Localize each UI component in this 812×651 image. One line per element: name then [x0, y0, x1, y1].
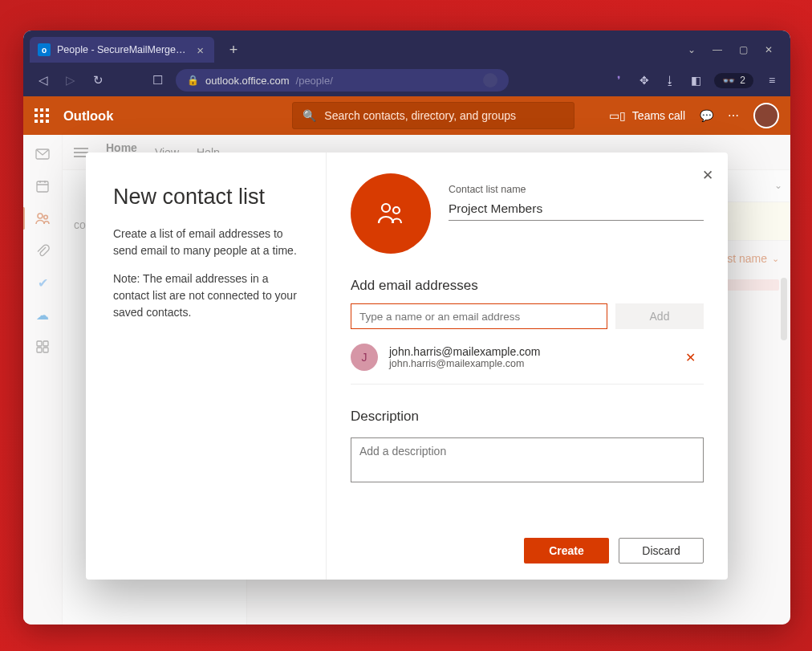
url-host: outlook.office.com — [205, 75, 290, 87]
added-email-row: J john.harris@mailexample.com john.harri… — [351, 344, 704, 384]
remove-email-icon[interactable]: ✕ — [677, 350, 704, 365]
chat-icon[interactable]: 💬 — [700, 109, 713, 122]
browser-window: o People - SecureMailMerge Test - O × + … — [23, 31, 790, 625]
active-tab[interactable]: o People - SecureMailMerge Test - O × — [30, 37, 214, 63]
glasses-icon: 👓 — [722, 75, 735, 87]
address-bar: ◁ ▷ ↻ ☐ 🔒 outlook.office.com/people/ ❜ ✥… — [23, 64, 790, 96]
svg-point-8 — [382, 204, 390, 212]
close-window-icon[interactable]: ✕ — [763, 44, 774, 55]
app-shell: Outlook 🔍 Search contacts, directory, an… — [23, 96, 790, 625]
url-path: /people/ — [296, 75, 333, 87]
added-avatar: J — [351, 344, 378, 371]
dialog-description-1: Create a list of email addresses to send… — [113, 226, 302, 259]
search-placeholder: Search contacts, directory, and groups — [324, 109, 516, 122]
new-tab-button[interactable]: + — [224, 42, 243, 59]
browser-titlebar: o People - SecureMailMerge Test - O × + … — [23, 31, 790, 64]
reload-icon[interactable]: ↻ — [89, 73, 107, 87]
close-tab-icon[interactable]: × — [194, 43, 206, 57]
badge-count: 2 — [740, 75, 745, 86]
description-input[interactable] — [351, 437, 704, 482]
search-input[interactable]: 🔍 Search contacts, directory, and groups — [292, 102, 574, 129]
tab-favicon-icon: o — [38, 43, 51, 56]
puzzle-icon[interactable]: ✥ — [637, 73, 652, 87]
add-email-button[interactable]: Add — [615, 303, 704, 329]
minimize-icon[interactable]: — — [712, 44, 723, 55]
description-heading: Description — [351, 409, 704, 425]
email-input[interactable] — [351, 303, 607, 329]
contact-list-name-input[interactable] — [449, 197, 704, 221]
contact-list-avatar — [351, 173, 431, 254]
lock-icon: 🔒 — [187, 75, 199, 86]
account-avatar[interactable] — [753, 103, 779, 128]
window-controls: ⌄ — ▢ ✕ — [686, 44, 790, 55]
dialog-description-2: Note: The email addresses in a contact l… — [113, 271, 302, 321]
feather-icon[interactable]: ❜ — [611, 73, 626, 87]
url-field[interactable]: 🔒 outlook.office.com/people/ — [176, 69, 509, 92]
added-email-secondary: john.harris@mailexample.com — [389, 358, 541, 369]
shield-icon[interactable] — [483, 73, 497, 87]
sidebar-icon[interactable]: ◧ — [688, 73, 703, 87]
search-icon: 🔍 — [302, 109, 316, 122]
app-menu-icon[interactable]: ≡ — [765, 73, 779, 87]
download-icon[interactable]: ⭳ — [663, 73, 677, 87]
app-launcher-icon[interactable] — [35, 108, 49, 123]
bookmark-icon[interactable]: ☐ — [148, 73, 166, 87]
added-email-primary: john.harris@mailexample.com — [389, 345, 541, 358]
teams-call-button[interactable]: ▭▯ Teams call — [609, 109, 685, 122]
modal-overlay: New contact list Create a list of email … — [23, 135, 790, 625]
close-dialog-icon[interactable]: ✕ — [702, 167, 713, 184]
video-icon: ▭▯ — [609, 109, 626, 122]
suite-header: Outlook 🔍 Search contacts, directory, an… — [23, 96, 790, 135]
create-button[interactable]: Create — [524, 538, 609, 564]
discard-button[interactable]: Discard — [619, 538, 704, 564]
more-icon[interactable]: ⋯ — [728, 109, 739, 122]
extension-tray: ❜ ✥ ⭳ ◧ 👓 2 ≡ — [611, 73, 779, 88]
dialog-left-panel: New contact list Create a list of email … — [86, 153, 327, 580]
maximize-icon[interactable]: ▢ — [737, 44, 749, 55]
back-icon[interactable]: ◁ — [35, 73, 52, 87]
caret-down-icon[interactable]: ⌄ — [686, 44, 697, 55]
svg-point-9 — [393, 207, 400, 214]
name-label: Contact list name — [449, 184, 526, 195]
emails-heading: Add email addresses — [351, 278, 704, 294]
forward-icon[interactable]: ▷ — [62, 73, 79, 87]
dialog-title: New contact list — [113, 185, 302, 210]
tab-title: People - SecureMailMerge Test - O — [57, 44, 188, 55]
app-body: ✔ ☁ Home View Help co — [23, 135, 790, 625]
dialog-right-panel: ✕ Contact list n — [327, 153, 728, 580]
new-contact-list-dialog: New contact list Create a list of email … — [86, 153, 728, 580]
brand-label[interactable]: Outlook — [63, 108, 113, 124]
privacy-badge[interactable]: 👓 2 — [714, 73, 753, 88]
